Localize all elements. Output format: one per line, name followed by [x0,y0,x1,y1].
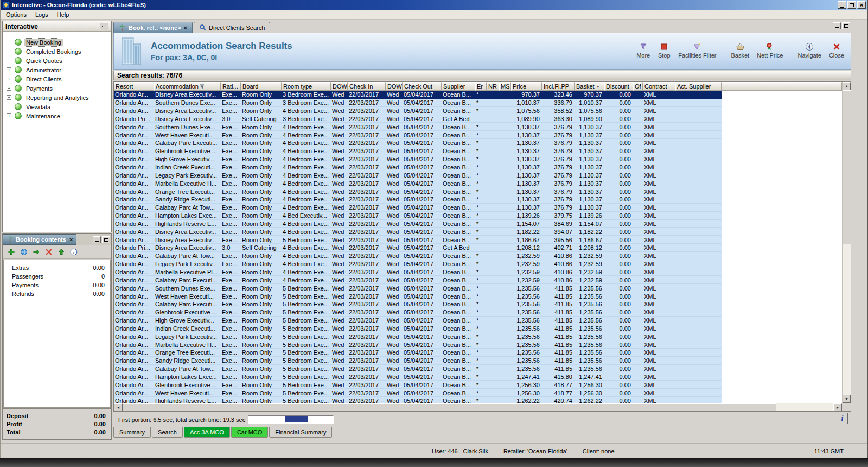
table-row[interactable]: Orlando Ar...Orange Tree Executi...Exe..… [114,349,722,357]
column-header-act-supplier[interactable]: Act. Supplier [675,82,722,91]
table-row[interactable]: Orlando Ar...Sandy Ridge Executi...Exe..… [114,195,722,204]
table-row[interactable]: Orlando Ar...Hampton Lakes Exec...Exe...… [114,212,722,220]
column-header-nr[interactable]: NR [487,82,499,91]
table-row[interactable]: Orlando Ar...Calabay Parc At Tow...Exe..… [114,365,722,373]
table-row[interactable]: Orlando Ar...Indian Creek Executi...Exe.… [114,324,722,332]
maximize-button[interactable] [847,1,856,9]
facilities-filter-button[interactable]: Facilities Filter [675,41,719,60]
table-row[interactable]: Orlando Ar...Southern Dunes Exe...Exe...… [114,123,722,131]
mdi-minimize-button[interactable] [833,22,841,29]
column-header-er[interactable]: Er [475,82,487,91]
column-header-board[interactable]: Board [241,82,282,91]
column-header-of[interactable]: Of [633,82,643,91]
minimize-button[interactable] [838,1,846,9]
table-row[interactable]: Orlando Ar...Calabay Parc At Tow...Exe..… [114,252,722,260]
scroll-left-button[interactable]: ◄ [114,403,123,411]
column-header-dow[interactable]: DOW [331,82,348,91]
booking-contents-tab[interactable]: Booking contents × [3,234,76,245]
bottom-tab-car-mco[interactable]: Car MCO [231,427,268,438]
more-button[interactable]: More [633,41,653,60]
sidebar-item-direct-clients[interactable]: +Direct Clients [3,74,111,84]
tab-book-ref-none[interactable]: Book. ref.: <none>× [113,22,193,33]
table-row[interactable]: Orlando Ar...Southern Dunes Exe...Exe...… [114,99,722,107]
table-row[interactable]: Orlando Ar...Disney Area Executiv...Exe.… [114,236,722,244]
sidebar-item-new-booking[interactable]: +New Booking [3,37,111,47]
expand-toggle[interactable]: + [7,113,11,118]
sidebar-item-reporting-and-analytics[interactable]: +Reporting and Analytics [3,93,111,102]
restore-panel-button[interactable] [102,236,110,243]
expand-toggle[interactable]: + [7,86,11,91]
table-row[interactable]: Orlando Ar...Sandy Ridge Executi...Exe..… [114,357,722,365]
collapse-panel-button[interactable] [100,23,108,30]
table-row[interactable]: Orlando Ar...Highlands Reserve E...Exe..… [114,220,722,228]
table-row[interactable]: Orlando Ar...Disney Area Executiv...Exe.… [114,91,722,99]
column-header-discount[interactable]: Discount [604,82,633,91]
horizontal-scrollbar[interactable]: ◄ ► [114,403,842,411]
table-row[interactable]: Orlando Ar...West Haven Executi...Exe...… [114,292,722,300]
table-row[interactable]: Orlando Ar...Calabay Parc Executi...Exe.… [114,276,722,284]
table-row[interactable]: Orlando Ar...High Grove Executiv...Exe..… [114,317,722,325]
table-row[interactable]: Orlando Ar...Calabay Parc Executi...Exe.… [114,139,722,147]
upload-button[interactable] [57,248,66,256]
world-button[interactable] [20,248,28,256]
table-row[interactable]: Orlando Ar...Marbella Executive H...Exe.… [114,179,722,187]
table-row[interactable]: Orlando Ar...West Haven Executi...Exe...… [114,389,722,397]
close-window-button[interactable]: × [857,1,866,9]
scroll-right-button[interactable]: ► [833,403,842,411]
table-row[interactable]: Orlando Ar...Orange Tree Executi...Exe..… [114,187,722,195]
transfer-button[interactable] [32,248,41,256]
table-row[interactable]: Orlando Ar...Hampton Lakes Exec...Exe...… [114,373,722,381]
column-header-ms[interactable]: MS [499,82,511,91]
bottom-tab-search[interactable]: Search [152,427,183,438]
booking-item-passengers[interactable]: Passengers0 [4,272,110,281]
minimize-panel-button[interactable] [93,236,101,243]
horizontal-scroll-track[interactable] [123,403,833,411]
column-header-price[interactable]: Price [511,82,542,91]
tab-direct-clients-search[interactable]: Direct Clients Search [194,22,270,33]
menu-logs[interactable]: Logs [31,10,53,19]
column-header-contract[interactable]: Contract [643,82,675,91]
info-button[interactable]: i [837,413,848,424]
column-header-check-in[interactable]: Check In [348,82,386,91]
bottom-tab-financial-summary[interactable]: Financial Summary [269,427,332,438]
expand-toggle[interactable]: + [7,95,11,100]
table-row[interactable]: Orlando Ar...Legacy Park Executiv...Exe.… [114,332,722,340]
stop-button[interactable]: Stop [654,41,674,60]
menu-help[interactable]: Help [53,10,74,19]
sidebar-item-quick-quotes[interactable]: +Quick Quotes [3,56,111,65]
booking-item-refunds[interactable]: Refunds0.00 [4,289,110,298]
column-header-dow[interactable]: DOW [386,82,403,91]
vertical-scrollbar[interactable]: ▲ ▼ [842,82,851,403]
tab-close-icon[interactable]: × [184,24,187,31]
sidebar-item-payments[interactable]: +Payments [3,84,111,93]
menu-options[interactable]: Options [2,10,31,19]
table-row[interactable]: Orlando Ar...Glenbrook Executive ...Exe.… [114,147,722,155]
close-icon[interactable]: × [69,236,73,243]
sidebar-item-maintenance[interactable]: +Maintenance [3,111,111,121]
table-row[interactable]: Orlando Ar...Disney Area Executiv...Exe.… [114,228,722,236]
table-row[interactable]: Orlando Ar...Calabay Parc At Tow...Exe..… [114,204,722,212]
table-row[interactable]: Orlando Ar...Highlands Reserve E...Exe..… [114,397,722,403]
column-header-supplier[interactable]: Supplier [442,82,475,91]
table-row[interactable]: Orlando Ar...Glenbrook Executive ...Exe.… [114,308,722,317]
delete-button[interactable] [44,248,53,256]
scroll-down-button[interactable]: ▼ [843,395,851,403]
table-row[interactable]: Orlando Ar...Indian Creek Executi...Exe.… [114,163,722,172]
table-row[interactable]: Orlando Pri...Disney Area Executiv...3.0… [114,115,722,123]
table-row[interactable]: Orlando Pri...Disney Area Executiv...3.0… [114,244,722,252]
nett-price-button[interactable]: Nett Price [754,41,786,60]
basket-button[interactable]: Basket [728,41,753,60]
table-row[interactable]: Orlando Ar...West Haven Executi...Exe...… [114,131,722,139]
table-row[interactable]: Orlando Ar...Legacy Park Executiv...Exe.… [114,260,722,268]
table-row[interactable]: Orlando Ar...Calabay Parc Executi...Exe.… [114,300,722,308]
add-button[interactable] [7,248,16,256]
booking-item-extras[interactable]: Extras0.00 [4,263,110,272]
table-row[interactable]: Orlando Ar...High Grove Executiv...Exe..… [114,155,722,163]
info-button[interactable]: i [69,248,78,256]
expand-toggle[interactable]: + [7,77,11,81]
column-header-resort[interactable]: Resort [114,82,154,91]
vertical-scroll-thumb[interactable] [843,90,851,244]
scroll-up-button[interactable]: ▲ [843,82,851,90]
table-row[interactable]: Orlando Ar...Disney Area Executiv...Exe.… [114,107,722,115]
table-row[interactable]: Orlando Ar...Glenbrook Executive ...Exe.… [114,381,722,389]
